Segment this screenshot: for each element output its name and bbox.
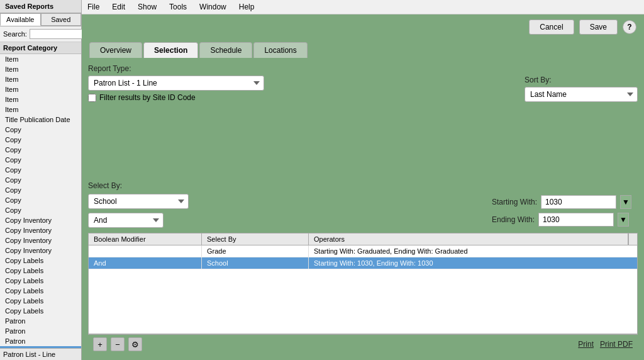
search-label: Search: [3,30,27,38]
menu-item-show[interactable]: Show [135,1,159,13]
report-item[interactable]: Copy Labels [0,286,81,296]
settings-button[interactable]: ⚙ [128,337,142,351]
report-type-group: Report Type: Patron List - 1 LinePatron … [88,64,264,102]
sort-by-label: Sort By: [525,76,638,84]
filter-label: Filter results by Site ID Code [99,93,196,102]
menu-item-help[interactable]: Help [236,1,257,13]
sort-by-select[interactable]: Last NameFirst NameID [525,87,638,102]
print-pdf-link[interactable]: Print PDF [600,340,633,349]
col-header-operators: Operators [309,233,628,245]
table-row[interactable]: AndSchoolStarting With: 1030, Ending Wit… [89,257,637,269]
report-item[interactable]: Copy Labels [0,306,81,316]
tab-selection[interactable]: Selection [143,42,198,58]
select-by-label: Select By: [88,181,638,190]
footer-left: + − ⚙ [93,337,142,351]
left-tabs-row: Available Saved [0,13,81,26]
left-panel: Saved Reports Available Saved Search: Re… [0,0,82,360]
report-item[interactable]: Copy Inventory [0,245,81,256]
report-type-label: Report Type: [88,64,264,73]
footer-right: Print Print PDF [578,340,633,349]
select-by-select[interactable]: SchoolGradeNameID [88,194,189,209]
menu-item-file[interactable]: File [85,1,102,13]
report-item[interactable]: Copy Labels [0,296,81,306]
report-item[interactable]: Title Publication Date [0,115,81,125]
tab-locations[interactable]: Locations [253,42,307,58]
ending-with-label: Ending With: [492,215,535,224]
ending-with-input[interactable] [538,213,614,227]
filter-checkbox[interactable] [88,94,96,102]
help-button[interactable]: ? [623,20,636,34]
bool-table-body: GradeStarting With: Graduated, Ending Wi… [89,245,637,334]
starting-with-dropdown[interactable]: ▼ [620,195,631,209]
report-category-header: Report Category [0,42,81,54]
report-item[interactable]: Copy Labels [0,256,81,266]
report-item[interactable]: Copy [0,205,81,215]
ending-with-row: Ending With: ▼ [492,213,631,227]
report-item[interactable]: Copy Labels [0,276,81,286]
report-item[interactable]: Item [0,64,81,74]
starting-with-label: Starting With: [492,198,537,206]
report-item[interactable]: Copy Inventory [0,225,81,235]
top-button-bar: Cancel Save ? [82,14,644,40]
report-item[interactable]: Item [0,94,81,104]
bool-cell-modifier: And [89,257,202,269]
bool-cell-selectby: Grade [202,245,309,257]
report-item[interactable]: Copy [0,175,81,185]
table-row[interactable]: GradeStarting With: Graduated, Ending Wi… [89,245,637,257]
report-item[interactable]: Copy [0,155,81,165]
starting-with-row: Starting With: ▼ [492,195,631,209]
filter-checkbox-row: Filter results by Site ID Code [88,93,264,102]
content-panel: Report Type: Patron List - 1 LinePatron … [82,58,644,360]
content-inner: Report Type: Patron List - 1 LinePatron … [88,64,638,354]
remove-row-button[interactable]: − [111,337,125,351]
report-item[interactable]: Copy Inventory [0,235,81,245]
table-footer: + − ⚙ Print Print PDF [88,334,638,354]
report-item[interactable]: Copy [0,135,81,145]
report-item[interactable]: Copy Inventory [0,215,81,225]
ending-with-dropdown[interactable]: ▼ [618,213,629,227]
col-header-boolean: Boolean Modifier [89,233,202,245]
menu-item-tools[interactable]: Tools [167,1,189,13]
starting-with-input[interactable] [541,195,616,209]
main-area: FileEditShowToolsWindowHelp Cancel Save … [82,0,644,360]
report-item[interactable]: Copy [0,125,81,135]
bool-table-header: Boolean Modifier Select By Operators [89,233,637,245]
tab-overview[interactable]: Overview [89,42,142,58]
bool-cell-operators: Starting With: 1030, Ending With: 1030 [309,257,637,269]
report-item[interactable]: Copy [0,145,81,155]
sort-by-group: Sort By: Last NameFirst NameID [525,76,638,102]
menu-bar: FileEditShowToolsWindowHelp [82,0,644,14]
report-item[interactable]: Item [0,54,81,64]
save-button[interactable]: Save [579,20,618,35]
col-header-selectby: Select By [202,233,309,245]
menu-item-window[interactable]: Window [197,1,229,13]
main-tab-bar: OverviewSelectionScheduleLocations [82,40,644,58]
tab-saved[interactable]: Saved [41,13,82,26]
print-link[interactable]: Print [578,340,594,349]
bool-cell-selectby: School [202,257,309,269]
report-type-select[interactable]: Patron List - 1 LinePatron List - Detail… [88,76,264,91]
report-item[interactable]: Copy [0,165,81,175]
report-item[interactable]: Item [0,84,81,94]
saved-reports-header: Saved Reports [0,0,81,13]
tab-available[interactable]: Available [0,13,41,26]
report-type-sort-row: Report Type: Patron List - 1 LinePatron … [88,64,638,102]
and-select[interactable]: AndOrNot [88,213,164,228]
bottom-bar: Patron List - Line [0,348,81,360]
cancel-button[interactable]: Cancel [529,20,574,35]
report-item[interactable]: Copy Labels [0,266,81,276]
menu-item-edit[interactable]: Edit [109,1,128,13]
report-item[interactable]: Item [0,104,81,115]
bool-cell-modifier [89,245,202,257]
report-item[interactable]: Patron [0,316,81,326]
report-item[interactable]: Item [0,74,81,84]
boolean-table: Boolean Modifier Select By Operators Gra… [88,233,638,334]
report-item[interactable]: Copy [0,195,81,205]
tab-schedule[interactable]: Schedule [199,42,252,58]
add-row-button[interactable]: + [93,337,107,351]
report-item[interactable]: Copy [0,185,81,195]
report-list: ItemItemItemItemItemItemTitle Publicatio… [0,54,81,348]
report-item[interactable]: Patron [0,326,81,336]
bool-cell-operators: Starting With: Graduated, Ending With: G… [309,245,637,257]
report-item[interactable]: Patron [0,336,81,346]
